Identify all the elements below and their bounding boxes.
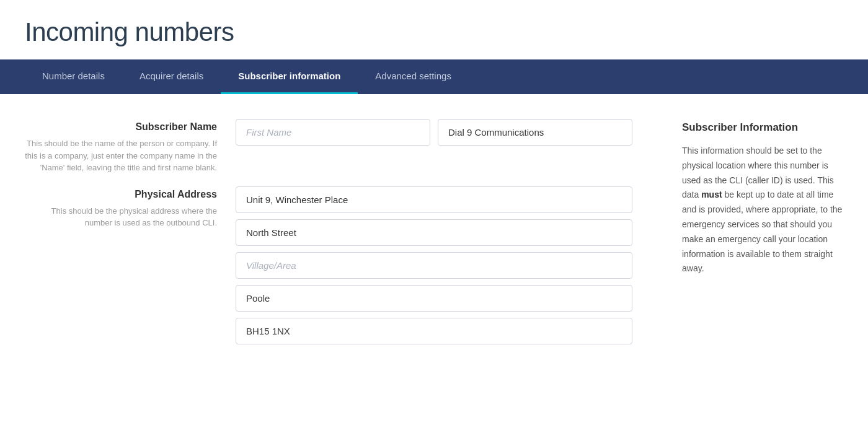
address-village-input[interactable] (236, 252, 632, 279)
address-inputs (236, 186, 632, 344)
physical-address-label: Physical Address (25, 189, 217, 200)
page-header: Incoming numbers (0, 0, 868, 59)
form-area: Subscriber Name This should be the name … (25, 119, 645, 351)
physical-address-description: This should be the physical address wher… (25, 205, 217, 229)
tab-number-details[interactable]: Number details (25, 59, 122, 94)
address-line1-input[interactable] (236, 186, 632, 213)
physical-address-label-col: Physical Address This should be the phys… (25, 186, 236, 344)
address-town-input[interactable] (236, 285, 632, 312)
address-postcode-input[interactable] (236, 318, 632, 344)
first-name-input[interactable] (236, 119, 430, 146)
tab-acquirer-details[interactable]: Acquirer details (122, 59, 221, 94)
subscriber-name-row (236, 119, 632, 146)
physical-address-block: Physical Address This should be the phys… (25, 186, 645, 344)
page-title: Incoming numbers (25, 17, 843, 47)
main-content: Subscriber Name This should be the name … (0, 94, 868, 375)
tab-subscriber-information[interactable]: Subscriber information (221, 59, 358, 94)
subscriber-name-label-col: Subscriber Name This should be the name … (25, 119, 236, 174)
info-panel-text: This information should be set to the ph… (682, 144, 843, 276)
last-name-input[interactable] (438, 119, 632, 146)
subscriber-name-block: Subscriber Name This should be the name … (25, 119, 645, 174)
nav-bar: Number details Acquirer details Subscrib… (0, 59, 868, 94)
subscriber-name-description: This should be the name of the person or… (25, 138, 217, 174)
tab-advanced-settings[interactable]: Advanced settings (358, 59, 469, 94)
address-line2-input[interactable] (236, 219, 632, 246)
info-panel: Subscriber Information This information … (645, 119, 843, 351)
subscriber-name-fields (236, 119, 632, 174)
subscriber-name-label: Subscriber Name (25, 121, 217, 133)
info-panel-title: Subscriber Information (682, 121, 843, 134)
